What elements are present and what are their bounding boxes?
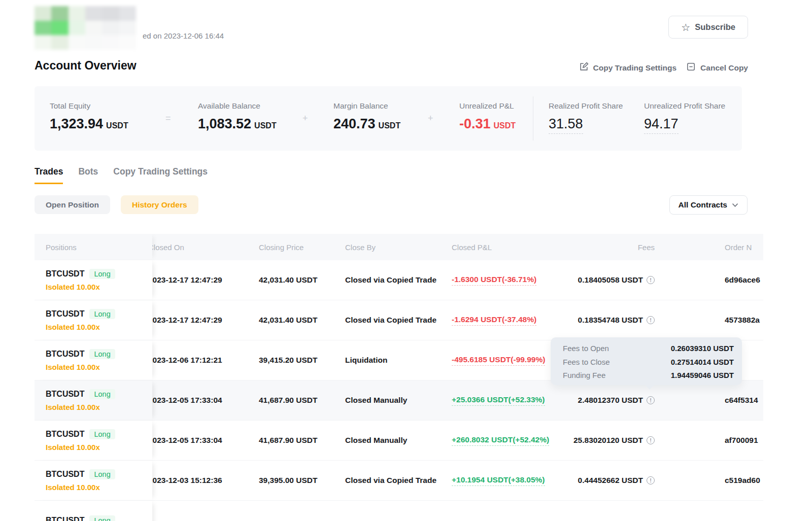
table-row: 2023-12-17 12:47:29 42,031.40 USDT Close… — [35, 300, 763, 340]
close-by-cell: Liquidation — [345, 340, 388, 380]
stat-label: Available Balance — [198, 101, 260, 111]
stat-label: Unrealized Profit Share — [644, 101, 725, 111]
fees-info-icon[interactable]: ! — [647, 276, 655, 284]
tooltip-value: 0.26039310 USDT — [671, 344, 734, 353]
trader-avatar-blurred — [35, 6, 136, 50]
subscribe-label: Subscribe — [695, 22, 735, 32]
tab-bots[interactable]: Bots — [78, 166, 98, 184]
open-position-button[interactable]: Open Position — [35, 195, 110, 214]
tooltip-row: Fees to Open 0.26039310 USDT — [563, 344, 734, 353]
fees-info-icon[interactable]: ! — [647, 396, 655, 404]
closing-price-cell: 41,687.90 USDT — [259, 380, 317, 420]
col-header-closed-on: Closed On — [148, 234, 184, 260]
position-cell: BTCUSDTLong Isolated 10.00x — [35, 421, 152, 460]
main-tabs: Trades Bots Copy Trading Settings — [35, 166, 208, 184]
closed-pnl-cell: +260.8032 USDT(+52.42%) — [452, 421, 549, 460]
stat-value[interactable]: 94.17 — [644, 116, 679, 134]
fees-breakdown-tooltip: Fees to Open 0.26039310 USDT Fees to Clo… — [551, 337, 742, 385]
stat-value[interactable]: 31.58 — [549, 116, 583, 134]
tooltip-row: Funding Fee 1.94459046 USDT — [563, 371, 734, 379]
symbol: BTCUSDT — [46, 309, 84, 319]
symbol: BTCUSDT — [46, 470, 84, 479]
order-no-cell: af700091 — [725, 421, 758, 460]
table-row: 2023-12-05 17:33:04 41,687.90 USDT Close… — [35, 421, 763, 461]
closed-pnl-cell: +10.1954 USDT(+38.05%) — [452, 461, 545, 500]
order-no-cell: 6d96ace6 — [725, 260, 760, 300]
plus-sign: + — [302, 113, 308, 124]
stat-label: Total Equity — [50, 101, 90, 111]
tooltip-row: Fees to Close 0.27514014 USDT — [563, 358, 734, 366]
page-title: Account Overview — [35, 59, 137, 73]
tab-trades[interactable]: Trades — [35, 166, 63, 184]
tab-copy-trading-settings[interactable]: Copy Trading Settings — [113, 166, 208, 184]
symbol: BTCUSDT — [46, 350, 84, 359]
fees-info-icon[interactable]: ! — [647, 476, 655, 484]
side-badge: Long — [89, 389, 115, 399]
col-header-positions: Positions — [35, 234, 152, 260]
stat-label: Unrealized P&L — [459, 101, 514, 111]
cancel-copy-label: Cancel Copy — [700, 63, 748, 73]
position-cell: BTCUSDTLong Isolated 10.00x — [35, 300, 152, 340]
position-cell: BTCUSDTLong — [35, 501, 152, 521]
margin-leverage: Isolated 10.00x — [46, 483, 152, 492]
subscribe-button[interactable]: ☆ Subscribe — [668, 16, 748, 39]
fees-info-icon[interactable]: ! — [647, 436, 655, 444]
margin-leverage: Isolated 10.00x — [46, 363, 152, 371]
closing-price-cell: 39,395.00 USDT — [259, 461, 317, 500]
closed-pnl-cell: -1.6300 USDT(-36.71%) — [452, 260, 536, 300]
closed-on-cell: 2023-12-05 17:33:04 — [148, 421, 222, 460]
side-badge: Long — [89, 469, 115, 479]
col-header-close-by: Close By — [345, 234, 376, 260]
fees-cell: 0.18405058 USDT! — [568, 260, 655, 300]
closed-pnl-cell: -1.6294 USDT(-37.48%) — [452, 300, 536, 340]
stat-value: 240.73 — [333, 116, 376, 131]
closed-on-cell: 2023-12-03 15:12:36 — [148, 461, 222, 500]
side-badge: Long — [89, 429, 115, 439]
subscribed-date-text: ed on 2023-12-06 16:44 — [143, 31, 224, 40]
cancel-copy-button[interactable]: Cancel Copy — [686, 62, 748, 74]
closing-price-cell: 42,031.40 USDT — [259, 260, 317, 300]
account-stats-panel: Total Equity 1,323.94USDT = Available Ba… — [35, 86, 742, 151]
symbol: BTCUSDT — [46, 390, 84, 399]
side-badge: Long — [89, 309, 115, 319]
symbol: BTCUSDT — [46, 269, 84, 279]
stat-unit: USDT — [379, 121, 401, 130]
fees-cell: 2.48012370 USDT! — [568, 380, 655, 420]
minus-square-icon — [686, 62, 696, 74]
copy-trading-settings-button[interactable]: Copy Trading Settings — [579, 62, 676, 74]
col-header-fees: Fees — [568, 234, 655, 260]
order-no-cell: c519ad60 — [725, 461, 760, 500]
history-orders-button[interactable]: History Orders — [121, 195, 198, 214]
tooltip-value: 0.27514014 USDT — [671, 358, 734, 366]
close-by-cell: Closed via Copied Trade — [345, 260, 436, 300]
stat-unit: USDT — [106, 121, 128, 130]
position-cell: BTCUSDTLong Isolated 10.00x — [35, 461, 152, 500]
stat-unit: USDT — [254, 121, 277, 130]
tooltip-value: 1.94459046 USDT — [671, 371, 734, 379]
contracts-dropdown[interactable]: All Contracts — [669, 195, 748, 215]
margin-leverage: Isolated 10.00x — [46, 443, 152, 451]
side-badge: Long — [89, 515, 115, 521]
close-by-cell: Closed via Copied Trade — [345, 461, 436, 500]
fees-cell: 25.83020120 USDT! — [568, 421, 655, 460]
position-cell: BTCUSDTLong Isolated 10.00x — [35, 260, 152, 300]
margin-leverage: Isolated 10.00x — [46, 403, 152, 411]
closing-price-cell: 41,687.90 USDT — [259, 421, 317, 460]
side-badge: Long — [89, 269, 115, 279]
closing-price-cell: 39,415.20 USDT — [259, 340, 317, 380]
equals-sign: = — [165, 113, 171, 124]
table-row: 2023-12-03 15:12:36 39,395.00 USDT Close… — [35, 461, 763, 501]
symbol: BTCUSDT — [46, 430, 84, 439]
chevron-down-icon — [732, 200, 738, 210]
stat-value: 1,083.52 — [198, 116, 251, 131]
symbol: BTCUSDT — [46, 516, 84, 521]
col-header-closing-price: Closing Price — [259, 234, 303, 260]
fees-cell: 0.44452662 USDT! — [568, 461, 655, 500]
table-row: BTCUSDTLong — [35, 501, 763, 521]
side-badge: Long — [89, 349, 115, 359]
close-by-cell: Closed via Copied Trade — [345, 300, 436, 340]
fees-info-icon[interactable]: ! — [647, 316, 655, 324]
col-header-order-no: Order N — [725, 234, 752, 260]
table-row: 2023-12-17 12:47:29 42,031.40 USDT Close… — [35, 260, 763, 300]
tooltip-label: Fees to Open — [563, 344, 609, 353]
